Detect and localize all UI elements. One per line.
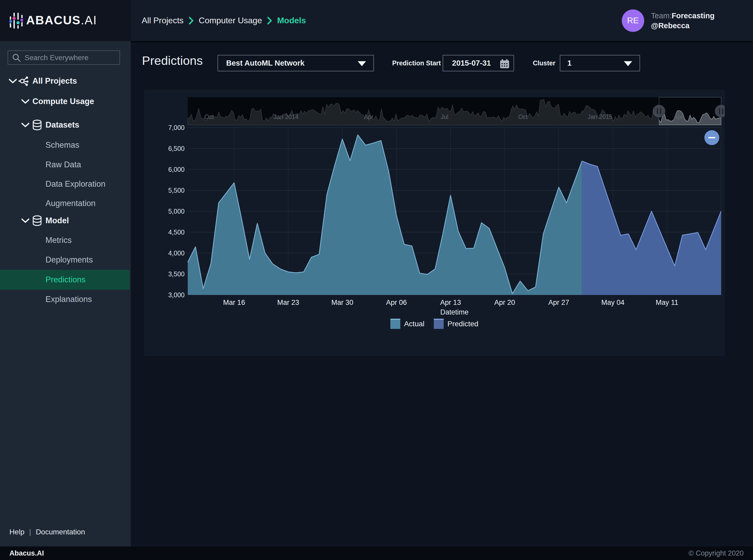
sidebar-item-label: Deployments [45,255,93,264]
sidebar-item-datasets[interactable]: Datasets [0,115,131,135]
navigator-handle-left[interactable] [653,105,666,117]
database-icon [32,215,42,226]
y-axis-label: 7,000 [168,124,184,131]
main-content: Predictions Best AutoML Network Predicti… [131,42,753,546]
user-menu[interactable]: RE Team:Forecasting @Rebecca [622,0,715,41]
abacus-logo-icon [9,12,23,29]
breadcrumb-chevron-icon [267,17,272,24]
user-info: Team:Forecasting @Rebecca [651,11,715,31]
y-axis-label: 3,000 [168,291,184,299]
series-area-predicted [582,161,721,295]
navigator-axis-label: Jan 2014 [274,114,299,120]
footer-copyright: © Copyright 2020 [689,549,744,557]
breadcrumb-item-all-projects[interactable]: All Projects [142,16,183,25]
sidebar-item-raw-data[interactable]: Raw Data [0,155,131,175]
top-header: ABACUS.AI All Projects Computer Usage Mo… [0,0,753,41]
predictions-chart[interactable]: OctJan 2014AprJulOctJan 2015Apr3,0003,50… [144,90,725,356]
x-axis-label: Mar 23 [277,299,299,306]
sidebar-item-label: Predictions [45,275,85,284]
prediction-start-label: Prediction Start [392,55,441,72]
sidebar-item-augmentation[interactable]: Augmentation [0,194,131,213]
dropdown-arrow-icon [624,61,632,66]
sidebar-footer: Help | Documentation [9,528,85,536]
prediction-start-input[interactable]: 2015-07-31 [443,55,514,72]
breadcrumb-chevron-icon [189,17,194,24]
legend-swatch-predicted [434,319,444,329]
y-axis-label: 5,000 [168,207,184,215]
projects-icon [18,75,29,87]
sidebar-item-deployments[interactable]: Deployments [0,250,131,270]
search-input[interactable] [24,54,111,62]
cluster-select[interactable]: 1 [560,55,640,72]
page-title: Predictions [142,53,203,68]
chevron-down-icon [21,122,30,128]
sidebar-item-label: Datasets [45,120,79,130]
sidebar-item-label: All Projects [33,76,77,86]
footer-bar: Abacus.AI © Copyright 2020 [0,546,753,560]
y-axis-label: 3,500 [168,270,184,278]
logo-text: ABACUS.AI [26,13,97,27]
avatar: RE [622,9,644,32]
legend-label-predicted: Predicted [447,320,478,328]
calendar-icon [499,59,510,69]
y-axis-label: 5,500 [168,187,184,194]
help-link[interactable]: Help [9,528,24,536]
navigator-axis-label: Oct [518,114,528,120]
team-name: Forecasting [672,12,715,20]
logo[interactable]: ABACUS.AI [0,0,131,41]
footer-links-separator: | [29,528,31,536]
x-axis-label: Apr 27 [548,299,569,306]
legend-item-actual[interactable]: Actual [390,319,424,329]
model-select[interactable]: Best AutoML Network [218,55,374,72]
y-axis-label: 4,500 [168,228,184,236]
y-axis-label: 4,000 [168,249,184,257]
x-axis-label: Apr 20 [494,299,515,306]
x-axis-label: May 11 [656,299,678,306]
chevron-down-icon [8,78,17,84]
sidebar-item-all-projects[interactable]: All Projects [0,71,131,91]
chevron-down-icon [21,99,30,104]
navigator-axis-label: Apr [364,114,373,120]
legend-item-predicted[interactable]: Predicted [434,319,478,329]
sidebar-item-explanations[interactable]: Explanations [0,289,131,309]
y-axis-label: 6,500 [168,145,184,152]
sidebar-item-metrics[interactable]: Metrics [0,230,131,250]
navigator-axis-label: Jul [440,114,448,120]
breadcrumb-item-computer-usage[interactable]: Computer Usage [199,16,262,25]
sidebar-item-label: Data Exploration [45,179,105,189]
legend-label-actual: Actual [404,320,424,328]
breadcrumb-item-models[interactable]: Models [277,16,306,25]
sidebar-item-data-exploration[interactable]: Data Exploration [0,174,131,194]
model-select-value: Best AutoML Network [226,59,304,67]
sidebar-item-label: Raw Data [45,160,81,169]
chart-legend: Actual Predicted [144,319,725,329]
search-box [7,51,120,65]
y-axis-label: 6,000 [168,166,184,173]
breadcrumb: All Projects Computer Usage Models [142,0,306,41]
x-axis-title: Datetime [440,308,469,316]
dropdown-arrow-icon [358,61,366,66]
team-label: Team: [651,12,672,20]
series-area-actual [188,135,582,295]
chevron-down-icon [21,218,30,223]
zoom-out-button[interactable] [705,130,719,145]
legend-swatch-actual [390,319,400,329]
x-axis-label: Mar 16 [223,299,245,306]
sidebar-item-label: Explanations [45,295,92,304]
x-axis-label: Apr 06 [386,299,407,306]
username: @Rebecca [651,21,715,31]
x-axis-label: Mar 30 [331,299,353,306]
navigator-axis-label: Oct [204,114,214,120]
cluster-select-value: 1 [567,59,572,67]
x-axis-label: Apr 13 [440,299,461,306]
sidebar-item-label: Metrics [45,236,72,245]
documentation-link[interactable]: Documentation [36,528,85,536]
sidebar-item-schemas[interactable]: Schemas [0,135,131,155]
sidebar-item-label: Model [45,216,69,225]
sidebar-item-predictions[interactable]: Predictions [0,270,131,290]
sidebar-item-model[interactable]: Model [0,211,131,231]
prediction-start-value: 2015-07-31 [452,59,491,67]
footer-brand: Abacus.AI [9,549,44,557]
x-axis-label: May 04 [601,299,625,306]
sidebar-item-compute-usage[interactable]: Compute Usage [0,92,131,112]
